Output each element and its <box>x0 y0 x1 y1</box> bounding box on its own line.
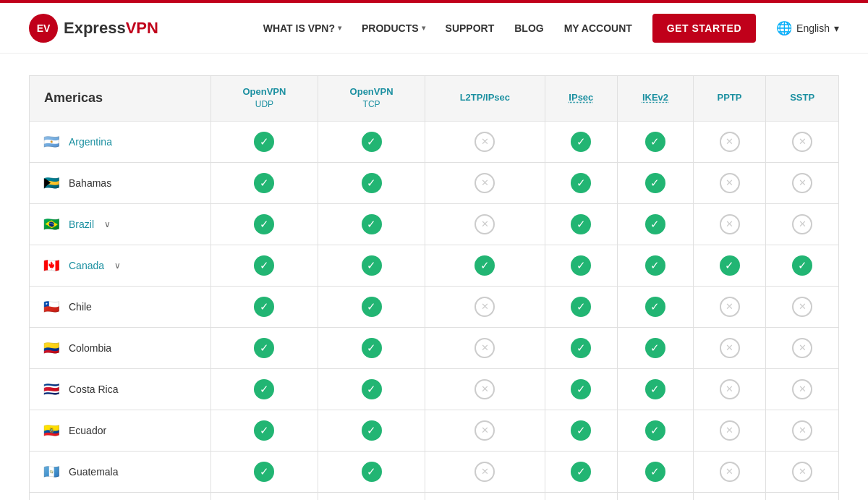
sstp-link[interactable]: SSTP <box>790 92 814 103</box>
protocol-cell-pptp: ✕ <box>693 327 766 368</box>
get-started-button[interactable]: GET STARTED <box>652 14 756 43</box>
check-icon: ✓ <box>362 132 382 152</box>
protocol-cell-l2tp: ✕ <box>425 327 545 368</box>
protocol-cell-ikev2: ✓ <box>618 245 694 286</box>
check-icon: ✓ <box>645 338 665 358</box>
nav-what-is-vpn[interactable]: WHAT IS VPN? ▾ <box>263 22 341 34</box>
check-icon: ✓ <box>645 462 665 482</box>
chevron-down-icon: ▾ <box>422 24 425 32</box>
openvpn-udp-link[interactable]: OpenVPNUDP <box>242 86 286 109</box>
expand-arrow-icon[interactable]: ∨ <box>114 260 121 271</box>
x-icon: ✕ <box>720 338 740 358</box>
check-icon: ✓ <box>362 338 382 358</box>
protocol-cell-l2tp: ✕ <box>425 410 545 451</box>
x-icon: ✕ <box>720 297 740 317</box>
x-icon: ✕ <box>475 214 495 234</box>
language-selector[interactable]: 🌐 English ▾ <box>776 20 839 36</box>
table-row: 🇧🇷Brazil∨✓✓✕✓✓✕✕ <box>30 203 839 245</box>
openvpn-tcp-link[interactable]: OpenVPNTCP <box>350 86 393 109</box>
x-icon: ✕ <box>475 379 495 399</box>
nav-support[interactable]: SUPPORT <box>446 22 495 34</box>
site-header: EV ExpressVPN WHAT IS VPN? ▾ PRODUCTS ▾ … <box>0 3 868 54</box>
protocol-cell-ipsec: ✓ <box>545 121 618 162</box>
flag-icon: 🇨🇦 <box>41 258 61 273</box>
country-name-link[interactable]: Canada <box>69 260 104 271</box>
country-name: Chile <box>69 301 92 313</box>
protocol-cell-openvpn_tcp: ✓ <box>318 368 425 410</box>
x-icon: ✕ <box>475 297 495 317</box>
protocol-cell-sstp: ✕ <box>766 162 839 203</box>
flag-icon: 🇨🇴 <box>41 341 61 355</box>
globe-icon: 🌐 <box>776 20 792 36</box>
protocol-cell-ikev2: ✓ <box>618 492 694 500</box>
nav-blog[interactable]: BLOG <box>514 22 543 34</box>
x-icon: ✕ <box>792 379 812 399</box>
protocol-cell-openvpn_udp: ✓ <box>210 368 318 410</box>
protocol-cell-pptp: ✕ <box>693 410 766 451</box>
nav-products[interactable]: PRODUCTS ▾ <box>362 22 425 34</box>
country-cell: 🇬🇹Guatemala <box>30 451 211 492</box>
check-icon: ✓ <box>254 132 274 152</box>
protocol-cell-ipsec: ✓ <box>545 162 618 203</box>
table-row: 🇨🇦Canada∨✓✓✓✓✓✓✓ <box>30 245 839 286</box>
flag-icon: 🇨🇱 <box>41 300 61 314</box>
check-icon: ✓ <box>571 338 591 358</box>
x-icon: ✕ <box>792 214 812 234</box>
ipsec-link[interactable]: IPsec <box>569 92 593 103</box>
protocol-cell-sstp: ✕ <box>766 286 839 327</box>
flag-icon: 🇧🇷 <box>41 217 61 232</box>
nav-my-account[interactable]: MY ACCOUNT <box>564 22 632 34</box>
protocol-cell-pptp: ✕ <box>693 286 766 327</box>
country-name: Colombia <box>69 342 111 354</box>
country-name: Bahamas <box>69 177 111 189</box>
table-row: 🇨🇱Chile✓✓✕✓✓✕✕ <box>30 286 839 327</box>
protocol-cell-l2tp: ✕ <box>425 162 545 203</box>
ikev2-link[interactable]: IKEv2 <box>642 92 668 103</box>
check-icon: ✓ <box>645 297 665 317</box>
protocol-cell-openvpn_tcp: ✓ <box>318 203 425 245</box>
protocol-cell-pptp: ✕ <box>693 203 766 245</box>
col-openvpn-tcp: OpenVPNTCP <box>318 76 425 122</box>
l2tp-link[interactable]: L2TP/IPsec <box>460 92 510 103</box>
check-icon: ✓ <box>362 255 382 276</box>
protocol-cell-ipsec: ✓ <box>545 451 618 492</box>
country-name-link[interactable]: Argentina <box>69 136 112 148</box>
check-icon: ✓ <box>254 420 274 441</box>
protocol-cell-openvpn_tcp: ✓ <box>318 245 425 286</box>
x-icon: ✕ <box>720 462 740 482</box>
logo-link[interactable]: EV ExpressVPN <box>29 14 158 43</box>
col-openvpn-udp: OpenVPNUDP <box>210 76 318 122</box>
check-icon: ✓ <box>571 462 591 482</box>
col-ipsec: IPsec <box>545 76 618 122</box>
check-icon: ✓ <box>645 379 665 399</box>
protocol-cell-openvpn_udp: ✓ <box>210 410 318 451</box>
expand-arrow-icon[interactable]: ∨ <box>104 219 111 229</box>
table-row: 🇨🇴Colombia✓✓✕✓✓✕✕ <box>30 327 839 368</box>
check-icon: ✓ <box>362 420 382 441</box>
protocol-cell-openvpn_udp: ✓ <box>210 451 318 492</box>
x-icon: ✕ <box>792 338 812 358</box>
country-name-link[interactable]: Brazil <box>69 219 94 230</box>
protocol-cell-openvpn_udp: ✓ <box>210 327 318 368</box>
col-l2tp: L2TP/IPsec <box>425 76 545 122</box>
flag-icon: 🇨🇷 <box>41 382 61 397</box>
check-icon: ✓ <box>645 214 665 234</box>
protocol-cell-ipsec: ✓ <box>545 327 618 368</box>
check-icon: ✓ <box>254 338 274 358</box>
flag-icon: 🇧🇸 <box>41 176 61 190</box>
protocol-cell-ipsec: ✓ <box>545 245 618 286</box>
region-header: Americas <box>30 76 211 122</box>
x-icon: ✕ <box>792 297 812 317</box>
x-icon: ✕ <box>475 420 495 441</box>
protocol-cell-sstp: ✓ <box>766 245 839 286</box>
country-cell: 🇨🇱Chile <box>30 286 211 327</box>
pptp-link[interactable]: PPTP <box>718 92 742 103</box>
check-icon: ✓ <box>254 462 274 482</box>
protocol-cell-openvpn_udp: ✓ <box>210 492 318 500</box>
protocol-cell-openvpn_udp: ✓ <box>210 162 318 203</box>
table-row: 🇪🇨Ecuador✓✓✕✓✓✕✕ <box>30 410 839 451</box>
x-icon: ✕ <box>475 338 495 358</box>
x-icon: ✕ <box>475 462 495 482</box>
protocol-cell-openvpn_udp: ✓ <box>210 286 318 327</box>
protocol-cell-openvpn_tcp: ✓ <box>318 286 425 327</box>
